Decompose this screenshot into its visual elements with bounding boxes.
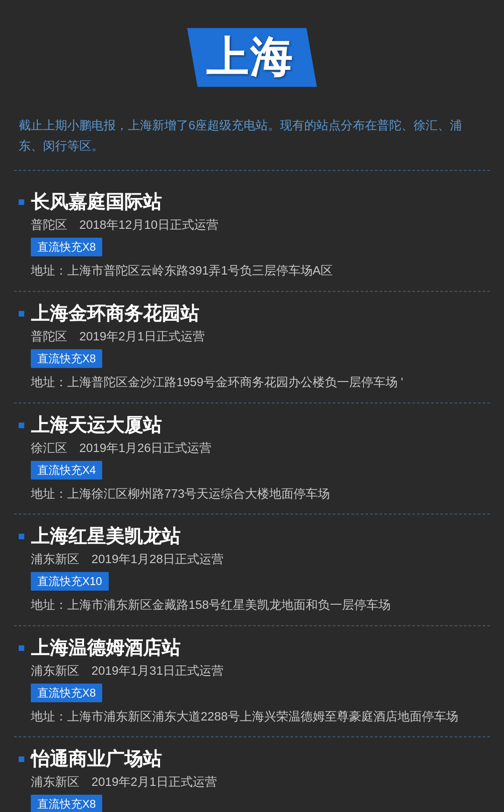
station-name-row: 长风嘉庭国际站 xyxy=(19,191,485,213)
station-name: 上海温德姆酒店站 xyxy=(31,636,180,659)
station-name-row: 怡通商业广场站 xyxy=(19,748,485,770)
station-meta: 浦东新区 2019年2月1日正式运营 xyxy=(19,774,485,790)
station-item: 怡通商业广场站 浦东新区 2019年2月1日正式运营 直流快充X8 地址：上海市… xyxy=(14,737,490,812)
station-item: 上海红星美凯龙站 浦东新区 2019年1月28日正式运营 直流快充X10 地址：… xyxy=(14,515,490,626)
station-item: 上海温德姆酒店站 浦东新区 2019年1月31日正式运营 直流快充X8 地址：上… xyxy=(14,626,490,738)
station-meta: 徐汇区 2019年1月26日正式运营 xyxy=(19,440,485,456)
station-address: 地址：上海徐汇区柳州路773号天运综合大楼地面停车场 xyxy=(19,484,485,504)
station-bullet xyxy=(19,534,24,539)
station-name: 上海红星美凯龙站 xyxy=(31,525,180,547)
station-bullet xyxy=(19,423,24,428)
station-name: 上海天运大厦站 xyxy=(31,414,161,436)
station-address: 地址：上海普陀区金沙江路1959号金环商务花园办公楼负一层停车场 ' xyxy=(19,373,485,392)
header-logo: 上海 xyxy=(187,28,317,87)
station-bullet xyxy=(19,645,24,651)
station-tag: 直流快充X8 xyxy=(31,684,102,702)
intro-text: 截止上期小鹏电报，上海新增了6座超级充电站。现有的站点分布在普陀、徐汇、浦东、闵… xyxy=(14,115,490,156)
station-name-row: 上海红星美凯龙站 xyxy=(19,525,485,547)
station-bullet xyxy=(19,311,24,317)
station-meta: 普陀区 2019年2月1日正式运营 xyxy=(19,328,485,345)
station-meta: 浦东新区 2019年1月28日正式运营 xyxy=(19,551,485,567)
station-name: 上海金环商务花园站 xyxy=(31,302,199,325)
header-title: 上海 xyxy=(206,34,294,81)
station-address: 地址：上海市浦东新区浦东大道2288号上海兴荣温德姆至尊豪庭酒店地面停车场 xyxy=(19,707,485,727)
station-list: 长风嘉庭国际站 普陀区 2018年12月10日正式运营 直流快充X8 地址：上海… xyxy=(14,180,490,812)
station-item: 上海天运大厦站 徐汇区 2019年1月26日正式运营 直流快充X4 地址：上海徐… xyxy=(14,403,490,515)
station-bullet xyxy=(19,199,24,205)
station-tag: 直流快充X10 xyxy=(31,572,109,591)
station-name-row: 上海天运大厦站 xyxy=(19,414,485,436)
page-header: 上海 xyxy=(14,19,490,96)
station-item: 长风嘉庭国际站 普陀区 2018年12月10日正式运营 直流快充X8 地址：上海… xyxy=(14,180,490,292)
station-address: 地址：上海市浦东新区金藏路158号红星美凯龙地面和负一层停车场 xyxy=(19,595,485,615)
station-tag: 直流快充X8 xyxy=(31,795,102,812)
station-tag: 直流快充X8 xyxy=(31,238,102,256)
station-name-row: 上海金环商务花园站 xyxy=(19,302,485,325)
station-meta: 普陀区 2018年12月10日正式运营 xyxy=(19,217,485,233)
station-meta: 浦东新区 2019年1月31日正式运营 xyxy=(19,663,485,679)
station-address: 地址：上海市普陀区云岭东路391弄1号负三层停车场A区 xyxy=(19,261,485,281)
station-name: 怡通商业广场站 xyxy=(31,748,161,770)
station-tag: 直流快充X8 xyxy=(31,349,102,368)
station-bullet xyxy=(19,756,24,762)
station-name-row: 上海温德姆酒店站 xyxy=(19,636,485,659)
station-name: 长风嘉庭国际站 xyxy=(31,191,161,213)
top-divider xyxy=(14,170,490,171)
station-tag: 直流快充X4 xyxy=(31,461,102,480)
station-item: 上海金环商务花园站 普陀区 2019年2月1日正式运营 直流快充X8 地址：上海… xyxy=(14,292,490,403)
